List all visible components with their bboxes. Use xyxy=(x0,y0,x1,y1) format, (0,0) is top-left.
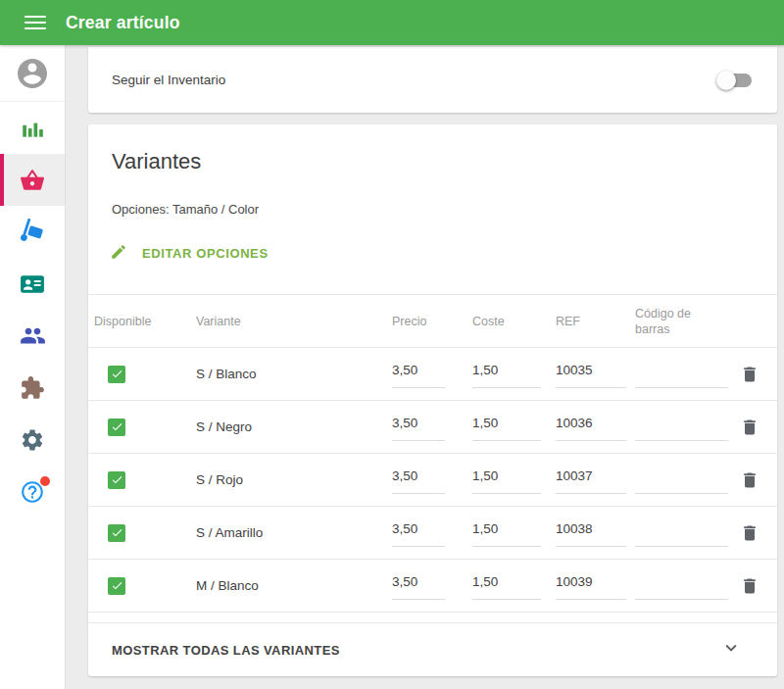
people-icon xyxy=(20,322,46,349)
sidebar-item-help[interactable] xyxy=(0,466,65,517)
chevron-down-icon xyxy=(720,637,742,663)
trash-icon xyxy=(740,531,760,546)
ref-input[interactable] xyxy=(556,468,626,494)
app-header: Crear artículo xyxy=(0,0,784,45)
price-input[interactable] xyxy=(392,521,445,547)
edit-options-label: EDITAR OPCIONES xyxy=(142,246,269,261)
sidebar-item-apps[interactable] xyxy=(0,362,65,414)
table-row: S / Negro xyxy=(88,401,777,454)
available-checkbox[interactable] xyxy=(108,418,125,436)
show-all-variants-label: MOSTRAR TODAS LAS VARIANTES xyxy=(112,643,340,658)
delete-variant-button[interactable] xyxy=(740,576,760,596)
bar-chart-icon xyxy=(20,116,45,141)
price-input[interactable] xyxy=(392,574,445,600)
edit-options-button[interactable]: EDITAR OPCIONES xyxy=(110,242,269,264)
variants-title: Variantes xyxy=(112,149,754,174)
sidebar-item-employees[interactable] xyxy=(0,310,65,362)
sidebar xyxy=(0,45,66,689)
cost-input[interactable] xyxy=(472,468,541,494)
available-checkbox[interactable] xyxy=(108,471,125,489)
delete-variant-button[interactable] xyxy=(740,365,760,384)
column-header-cost: Coste xyxy=(472,315,556,328)
table-row: S / Blanco xyxy=(88,348,777,401)
shopping-basket-icon xyxy=(20,168,45,193)
pencil-icon xyxy=(110,243,142,264)
contact-card-icon xyxy=(20,271,45,297)
price-input[interactable] xyxy=(392,416,445,441)
track-inventory-toggle[interactable] xyxy=(716,71,752,90)
cost-input[interactable] xyxy=(472,363,541,388)
variants-table: Disponible Variante Precio Coste REF Cód… xyxy=(88,294,777,613)
available-checkbox[interactable] xyxy=(108,524,125,542)
barcode-input[interactable] xyxy=(635,416,728,441)
column-header-available: Disponible xyxy=(94,315,196,328)
table-header-row: Disponible Variante Precio Coste REF Cód… xyxy=(88,295,777,348)
ref-input[interactable] xyxy=(556,574,626,600)
show-all-variants-button[interactable]: MOSTRAR TODAS LAS VARIANTES xyxy=(88,622,777,676)
variant-name: S / Blanco xyxy=(196,367,392,381)
barcode-input[interactable] xyxy=(635,521,728,547)
trash-icon xyxy=(740,425,760,440)
hamburger-menu-icon[interactable] xyxy=(24,12,46,33)
column-header-variant: Variante xyxy=(196,315,392,328)
column-header-price: Precio xyxy=(392,315,472,328)
gear-icon xyxy=(20,427,45,453)
delete-variant-button[interactable] xyxy=(740,523,760,543)
trash-icon xyxy=(740,478,760,493)
options-label: Opciones: Tamaño / Color xyxy=(112,202,754,217)
cost-input[interactable] xyxy=(472,574,541,600)
sidebar-item-inventory[interactable] xyxy=(0,206,65,258)
column-header-barcode: Código de barras xyxy=(635,306,738,337)
sidebar-item-reports[interactable] xyxy=(0,102,65,154)
variant-name: M / Blanco xyxy=(196,578,392,593)
ref-input[interactable] xyxy=(556,363,626,388)
barcode-input[interactable] xyxy=(635,468,728,494)
table-row: M / Blanco xyxy=(88,560,777,613)
sidebar-item-articles[interactable] xyxy=(0,154,65,206)
help-icon xyxy=(20,479,45,505)
ref-input[interactable] xyxy=(556,416,626,441)
variant-name: S / Amarillo xyxy=(196,525,392,540)
cost-input[interactable] xyxy=(472,416,541,441)
table-row: S / Amarillo xyxy=(88,507,777,560)
hand-truck-icon xyxy=(20,219,46,245)
notification-badge xyxy=(40,476,50,486)
trash-icon xyxy=(740,584,760,599)
inventory-card: Seguir el Inventario xyxy=(88,47,777,113)
barcode-input[interactable] xyxy=(635,363,728,388)
ref-input[interactable] xyxy=(556,521,626,547)
sidebar-item-settings[interactable] xyxy=(0,414,65,466)
toggle-thumb xyxy=(716,71,736,90)
sidebar-item-account[interactable] xyxy=(0,45,65,102)
table-row: S / Rojo xyxy=(88,454,777,507)
column-header-ref: REF xyxy=(556,315,635,328)
page-title: Crear artículo xyxy=(66,13,180,33)
variant-name: S / Rojo xyxy=(196,472,392,487)
variant-name: S / Negro xyxy=(196,419,392,434)
cost-input[interactable] xyxy=(472,521,541,547)
available-checkbox[interactable] xyxy=(108,577,125,595)
main-content: Seguir el Inventario Variantes Opciones:… xyxy=(88,45,777,676)
delete-variant-button[interactable] xyxy=(740,470,760,490)
trash-icon xyxy=(740,372,760,387)
price-input[interactable] xyxy=(392,363,445,388)
track-inventory-label: Seguir el Inventario xyxy=(112,73,225,87)
barcode-input[interactable] xyxy=(635,574,728,600)
delete-variant-button[interactable] xyxy=(740,418,760,437)
sidebar-item-customers[interactable] xyxy=(0,258,65,310)
available-checkbox[interactable] xyxy=(108,366,125,383)
variants-card: Variantes Opciones: Tamaño / Color EDITA… xyxy=(88,124,777,676)
price-input[interactable] xyxy=(392,468,445,494)
avatar-icon xyxy=(15,56,50,91)
puzzle-icon xyxy=(20,375,45,401)
